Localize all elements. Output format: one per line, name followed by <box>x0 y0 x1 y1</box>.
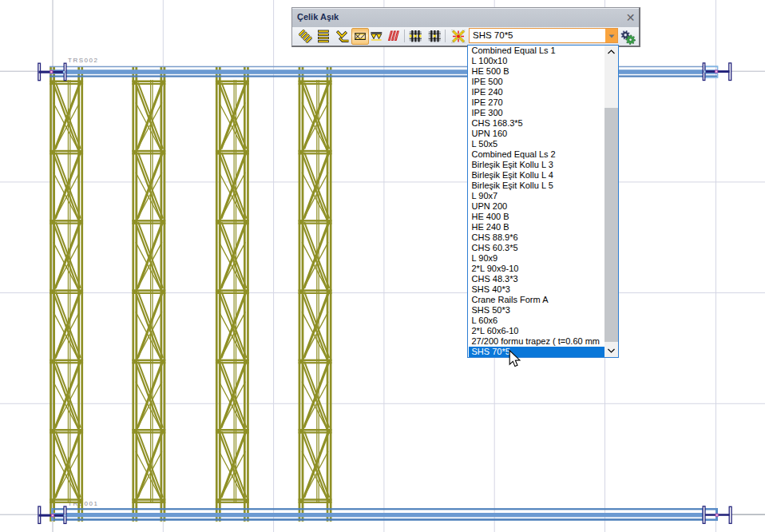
svg-text:TRS002: TRS002 <box>68 57 98 64</box>
svg-text:TRS001: TRS001 <box>68 500 98 507</box>
